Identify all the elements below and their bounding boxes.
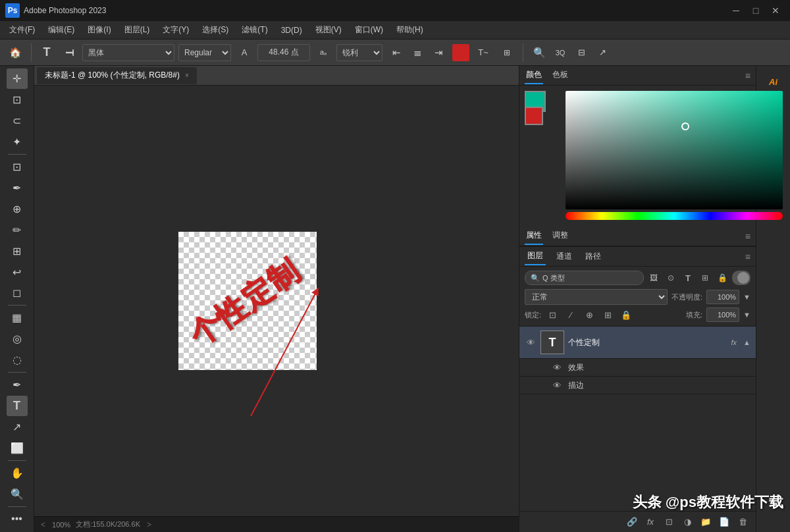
zoom-tool[interactable]: 🔍 — [7, 484, 28, 504]
eraser-tool[interactable]: ◻ — [7, 283, 28, 304]
menu-select[interactable]: 选择(S) — [196, 22, 235, 38]
tab-adjustments[interactable]: 调整 — [551, 227, 569, 245]
background-color-swatch[interactable] — [525, 107, 543, 125]
font-style-select[interactable]: Regular Bold — [178, 44, 231, 61]
path-select-tool[interactable]: ↗ — [7, 417, 28, 437]
props-panel-menu-icon[interactable]: ≡ — [745, 231, 750, 242]
menu-edit[interactable]: 编辑(E) — [41, 22, 81, 38]
color-picker-area[interactable] — [566, 91, 783, 220]
layer-adjustment-icon[interactable]: ◑ — [679, 514, 695, 530]
layer-delete-icon[interactable]: 🗑 — [735, 514, 750, 530]
layer-item-text[interactable]: 👁 T 个性定制 fx ▲ — [519, 327, 756, 359]
3d-icon[interactable]: 3Q — [550, 43, 570, 63]
tab-color[interactable]: 颜色 — [525, 66, 543, 84]
filter-toggle[interactable] — [732, 271, 750, 285]
tab-close-button[interactable]: × — [185, 72, 189, 79]
move-tool[interactable]: ✛ — [7, 68, 28, 89]
menu-view[interactable]: 视图(V) — [309, 22, 348, 38]
close-button[interactable]: ✕ — [766, 4, 785, 17]
lasso-tool[interactable]: ⊂ — [7, 111, 28, 131]
magic-wand-tool[interactable]: ✦ — [7, 132, 28, 152]
menu-image[interactable]: 图像(I) — [81, 22, 117, 38]
layer-fx-add-icon[interactable]: fx — [643, 514, 658, 530]
fill-expand-icon[interactable]: ▼ — [743, 311, 750, 319]
font-size-input[interactable] — [257, 44, 310, 61]
menu-filter[interactable]: 滤镜(T) — [235, 22, 274, 38]
layer-group-icon[interactable]: 📁 — [698, 514, 714, 530]
text-tool[interactable]: T — [7, 396, 28, 416]
effects-visibility-icon[interactable]: 👁 — [551, 361, 563, 373]
blur-tool[interactable]: ◎ — [7, 329, 28, 349]
layer-stroke-item[interactable]: 👁 描边 — [519, 377, 756, 394]
layer-expand-icon[interactable]: ▲ — [743, 338, 750, 346]
lock-artboard-icon[interactable]: ⊕ — [582, 307, 596, 322]
tab-paths[interactable]: 路径 — [583, 248, 604, 265]
text-color-swatch[interactable] — [452, 44, 469, 61]
stroke-visibility-icon[interactable]: 👁 — [551, 379, 563, 391]
brush-tool[interactable]: ✏ — [7, 220, 28, 240]
crop-tool[interactable]: ⊡ — [7, 157, 28, 177]
color-gradient-box[interactable] — [566, 91, 783, 209]
hand-tool[interactable]: ✋ — [7, 463, 28, 483]
text-horizontal-icon[interactable]: T — [38, 43, 56, 62]
ps-canvas[interactable]: 个性定制 — [178, 232, 317, 370]
healing-tool[interactable]: ⊕ — [7, 199, 28, 219]
scroll-arrow-right[interactable]: > — [145, 519, 153, 531]
align-right-icon[interactable]: ⇥ — [429, 43, 448, 63]
shape-tool[interactable]: ⬜ — [7, 438, 28, 458]
blend-mode-select[interactable]: 正常 溶解 正片叠底 — [525, 289, 668, 305]
canvas-wrapper[interactable]: 个性定制 — [34, 86, 519, 516]
eyedropper-tool[interactable]: ✒ — [7, 178, 28, 198]
canvas-tab[interactable]: 未标题-1 @ 100% (个性定制, RGB/8#) × — [37, 67, 197, 84]
layer-mask-icon[interactable]: ⊡ — [661, 514, 677, 530]
opacity-expand-icon[interactable]: ▼ — [743, 293, 750, 301]
layer-fx-icon[interactable]: fx — [731, 338, 737, 346]
color-panel-menu-icon[interactable]: ≡ — [745, 70, 750, 81]
lock-all-icon[interactable]: 🔒 — [619, 307, 633, 322]
menu-help[interactable]: 帮助(H) — [390, 22, 430, 38]
search-icon[interactable]: 🔍 — [529, 43, 549, 63]
menu-file[interactable]: 文件(F) — [3, 22, 41, 38]
layer-visibility-icon[interactable]: 👁 — [525, 336, 537, 348]
history-brush-tool[interactable]: ↩ — [7, 262, 28, 282]
filter-shape-icon[interactable]: ⊞ — [698, 271, 712, 285]
lock-paint-icon[interactable]: ∕ — [564, 307, 578, 322]
layer-search-box[interactable]: 🔍 Q 类型 — [525, 271, 644, 285]
align-left-icon[interactable]: ⇤ — [386, 43, 406, 63]
layers-menu-icon[interactable]: ≡ — [745, 252, 750, 262]
pen-tool[interactable]: ✒ — [7, 375, 28, 395]
character-panel-icon[interactable]: ⊞ — [497, 43, 517, 63]
text-vertical-icon[interactable]: T — [60, 43, 78, 62]
menu-3d[interactable]: 3D(D) — [275, 23, 309, 38]
opacity-value[interactable]: 100% — [706, 290, 739, 304]
stamp-tool[interactable]: ⊞ — [7, 241, 28, 261]
lock-transparent-icon[interactable]: ⊡ — [545, 307, 560, 322]
gradient-tool[interactable]: ▦ — [7, 307, 28, 328]
align-center-icon[interactable]: ≣ — [408, 43, 427, 63]
hue-bar[interactable] — [566, 212, 783, 220]
tab-layers[interactable]: 图层 — [525, 248, 546, 265]
lock-move-icon[interactable]: ⊞ — [600, 307, 615, 322]
ai-icon[interactable]: Ai — [763, 71, 784, 92]
menu-layer[interactable]: 图层(L) — [118, 22, 157, 38]
font-family-select[interactable]: 黑体 宋体 微软雅黑 — [82, 44, 174, 61]
minimize-button[interactable]: ─ — [727, 4, 745, 17]
filter-smart-icon[interactable]: 🔒 — [715, 271, 729, 285]
filter-pixel-icon[interactable]: 🖼 — [646, 271, 661, 285]
filter-text-icon[interactable]: T — [681, 271, 695, 285]
tab-properties[interactable]: 属性 — [525, 227, 543, 245]
antialiasing-select[interactable]: 锐利 犀利 浑厚 平滑 — [336, 44, 382, 61]
tab-swatches[interactable]: 色板 — [551, 66, 569, 84]
layer-effects-group[interactable]: 👁 效果 — [519, 359, 756, 377]
layout-icon[interactable]: ⊟ — [571, 43, 591, 63]
menu-text[interactable]: 文字(Y) — [156, 22, 196, 38]
layer-new-icon[interactable]: 📄 — [716, 514, 732, 530]
dodge-tool[interactable]: ◌ — [7, 350, 28, 370]
layer-link-icon[interactable]: 🔗 — [624, 514, 640, 530]
more-tools[interactable]: ••• — [7, 509, 28, 529]
maximize-button[interactable]: □ — [747, 4, 765, 17]
fill-value[interactable]: 100% — [706, 307, 739, 322]
tab-channels[interactable]: 通道 — [554, 248, 575, 265]
home-icon[interactable]: 🏠 — [5, 43, 25, 63]
filter-adjustment-icon[interactable]: ⊙ — [664, 271, 678, 285]
